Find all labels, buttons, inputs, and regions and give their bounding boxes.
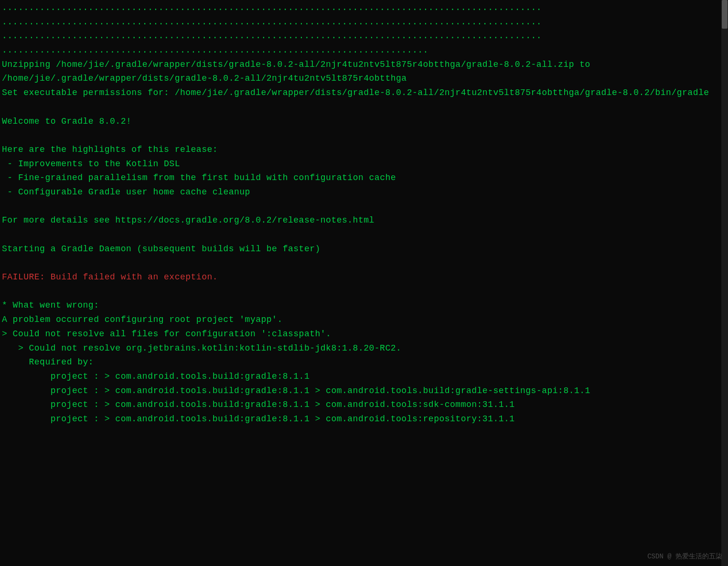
- terminal-line: Welcome to Gradle 8.0.2!: [2, 115, 726, 129]
- scrollbar-track: [721, 0, 728, 566]
- terminal-line: project : > com.android.tools.build:grad…: [2, 412, 726, 427]
- terminal-line: Unzipping /home/jie/.gradle/wrapper/dist…: [2, 58, 726, 86]
- watermark: CSDN @ 热爱生活的五柒: [647, 551, 722, 562]
- terminal-line: project : > com.android.tools.build:grad…: [2, 398, 726, 412]
- terminal-line: Set executable permissions for: /home/ji…: [2, 86, 726, 100]
- terminal-output[interactable]: ........................................…: [0, 0, 728, 427]
- terminal-line: Here are the highlights of this release:: [2, 143, 726, 157]
- terminal-line: ........................................…: [2, 43, 726, 58]
- terminal-line: FAILURE: Build failed with an exception.: [2, 270, 726, 285]
- terminal-line: [2, 200, 726, 214]
- terminal-line: [2, 285, 726, 299]
- terminal-line: - Fine-grained parallelism from the firs…: [2, 171, 726, 185]
- terminal-line: - Improvements to the Kotlin DSL: [2, 157, 726, 171]
- scrollbar-thumb[interactable]: [722, 0, 728, 29]
- terminal-line: * What went wrong:: [2, 299, 726, 313]
- terminal-line: [2, 100, 726, 115]
- terminal-line: ........................................…: [2, 29, 726, 43]
- terminal-line: Starting a Gradle Daemon (subsequent bui…: [2, 242, 726, 256]
- terminal-line: project : > com.android.tools.build:grad…: [2, 384, 726, 398]
- terminal-line: ........................................…: [2, 1, 726, 15]
- terminal-line: > Could not resolve org.jetbrains.kotlin…: [2, 342, 726, 356]
- terminal-line: [2, 128, 726, 143]
- terminal-line: [2, 256, 726, 270]
- terminal-line: > Could not resolve all files for config…: [2, 327, 726, 342]
- terminal-line: For more details see https://docs.gradle…: [2, 214, 726, 228]
- terminal-line: Required by:: [2, 355, 726, 370]
- terminal-line: ........................................…: [2, 15, 726, 30]
- terminal-line: [2, 228, 726, 242]
- terminal-line: A problem occurred configuring root proj…: [2, 313, 726, 327]
- terminal-line: project : > com.android.tools.build:grad…: [2, 370, 726, 384]
- terminal-line: - Configurable Gradle user home cache cl…: [2, 185, 726, 200]
